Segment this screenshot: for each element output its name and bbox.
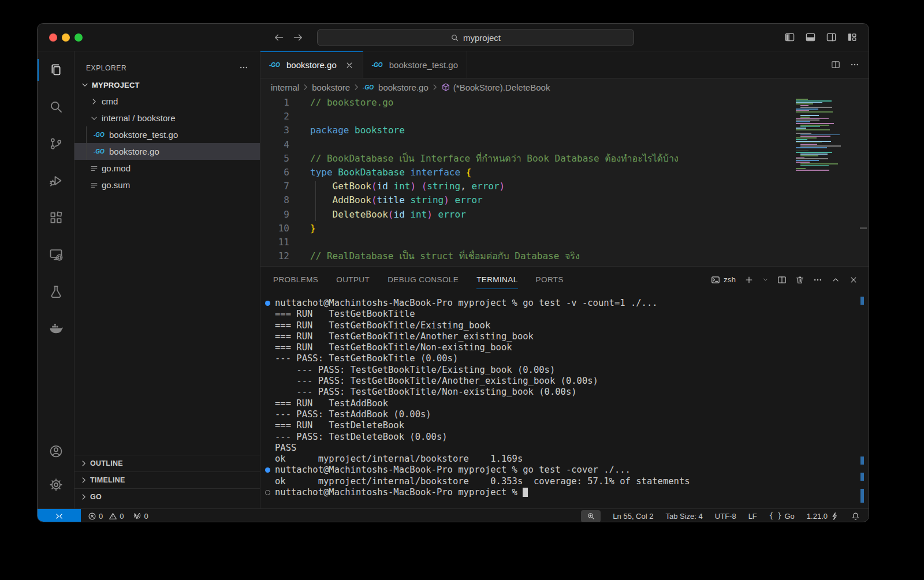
language-status[interactable]: { } Go <box>769 512 795 521</box>
panel-tab-output[interactable]: OUTPUT <box>336 267 370 293</box>
breadcrumb-item-bookstore-go[interactable]: -GObookstore.go <box>363 83 429 92</box>
sidebar-section-outline[interactable]: OUTLINE <box>74 455 260 472</box>
tree-item-bookstore-go[interactable]: -GObookstore.go <box>74 143 260 160</box>
code-line-9[interactable]: 9 DeleteBook(id int) error <box>260 208 869 222</box>
toggle-panel-icon[interactable] <box>806 32 815 42</box>
code-line-8[interactable]: 8 AddBook(title string) error <box>260 193 869 207</box>
back-icon[interactable] <box>273 32 285 43</box>
activity-item-remote-explorer[interactable] <box>38 236 74 273</box>
braces-icon: { } <box>769 512 782 520</box>
editor-tab-bookstore-go[interactable]: -GObookstore.go <box>260 51 363 78</box>
close-tab-icon[interactable] <box>345 61 354 70</box>
indent-guide <box>315 181 316 221</box>
terminal-line: === RUN TestAddBook <box>275 398 859 409</box>
breadcrumb-item-bookstore-deletebook[interactable]: (*BookStore).DeleteBook <box>441 83 550 92</box>
code-line-7[interactable]: 7 GetBook(id int) (string, error) <box>260 179 869 193</box>
terminal-line: --- PASS: TestGetBookTitle/Another_exist… <box>275 376 859 387</box>
split-editor-icon[interactable] <box>831 60 840 69</box>
panel-more-actions-icon[interactable] <box>813 275 822 285</box>
tree-item-internal-bookstore[interactable]: internal / bookstore <box>74 110 260 126</box>
terminal-line: === RUN TestGetBookTitle <box>275 309 859 320</box>
go-version-status[interactable]: 1.21.0 <box>807 512 839 521</box>
terminal-line: PASS <box>275 443 859 454</box>
editor-more-actions-icon[interactable] <box>850 60 859 69</box>
activity-item-run-debug[interactable] <box>38 162 74 199</box>
tree-item-bookstore-test-go[interactable]: -GObookstore_test.go <box>74 126 260 143</box>
chevron-right-icon <box>90 97 99 106</box>
line-number: 7 <box>260 179 301 193</box>
tree-item-label: cmd <box>102 96 118 106</box>
panel-tab-problems[interactable]: PROBLEMS <box>273 267 318 293</box>
tree-item-cmd[interactable]: cmd <box>74 93 260 110</box>
notifications-bell-icon[interactable] <box>851 512 860 521</box>
breadcrumb-item-bookstore[interactable]: bookstore <box>312 83 350 92</box>
tree-item-myproject[interactable]: MYPROJECT <box>74 77 260 93</box>
editor-tab-bookstore-test-go[interactable]: -GObookstore_test.go <box>363 51 467 78</box>
code-line-5[interactable]: 5// BookDatabase เป็น Interface ที่กำหนด… <box>260 152 869 166</box>
chevron-right-icon <box>79 492 88 502</box>
sidebar-section-timeline[interactable]: TIMELINE <box>74 472 260 488</box>
activity-item-extensions[interactable] <box>38 199 74 236</box>
breadcrumb: internalbookstore-GObookstore.go(*BookSt… <box>260 78 869 96</box>
sidebar-section-go[interactable]: GO <box>74 488 260 505</box>
editor-scrollbar[interactable] <box>860 227 867 229</box>
activity-item-settings-gear[interactable] <box>38 468 74 502</box>
screencast-zoom-button[interactable] <box>581 510 601 522</box>
command-center-search[interactable]: myproject <box>317 29 634 46</box>
panel-tab-ports[interactable]: PORTS <box>536 267 564 293</box>
terminal-line: --- PASS: TestGetBookTitle/Existing_book… <box>275 365 859 376</box>
terminal-output[interactable]: nuttachot@Machintoshs-MacBook-Pro myproj… <box>260 293 859 508</box>
customize-layout-icon[interactable] <box>847 32 857 42</box>
activity-item-source-control[interactable] <box>38 125 74 162</box>
minimap[interactable] <box>796 99 847 171</box>
toggle-sidebar-icon[interactable] <box>785 32 795 42</box>
terminal-shell-button[interactable]: zsh <box>711 275 736 285</box>
toggle-secondary-sidebar-icon[interactable] <box>826 32 836 42</box>
minimize-window-button[interactable] <box>62 33 70 42</box>
close-window-button[interactable] <box>49 33 57 42</box>
activity-item-search[interactable] <box>38 88 74 125</box>
panel-tab-terminal[interactable]: TERMINAL <box>476 267 517 293</box>
code-line-3[interactable]: 3package bookstore <box>260 124 869 137</box>
terminal-dropdown-icon[interactable] <box>762 276 769 283</box>
code-line-2[interactable]: 2 <box>260 110 869 124</box>
source-control-icon <box>49 137 63 151</box>
close-panel-icon[interactable] <box>849 275 858 285</box>
search-label: myproject <box>463 33 501 43</box>
activity-item-testing[interactable] <box>38 273 74 310</box>
code-line-10[interactable]: 10} <box>260 222 869 235</box>
section-label: GO <box>90 493 102 501</box>
ports-status[interactable]: 0 <box>133 512 148 521</box>
panel-tab-debug-console[interactable]: DEBUG CONSOLE <box>388 267 459 293</box>
code-line-1[interactable]: 1// bookstore.go <box>260 96 869 110</box>
activity-item-files[interactable] <box>38 51 74 88</box>
code-line-4[interactable]: 4 <box>260 138 869 152</box>
encoding-status[interactable]: UTF-8 <box>715 512 736 521</box>
code-line-12[interactable]: 12// RealDatabase เป็น struct ที่เชื่อมต… <box>260 249 869 263</box>
cursor-position-status[interactable]: Ln 55, Col 2 <box>613 512 653 521</box>
zoom-window-button[interactable] <box>74 33 83 42</box>
activity-item-account[interactable] <box>38 435 74 468</box>
breadcrumb-item-internal[interactable]: internal <box>271 83 299 92</box>
new-terminal-icon[interactable] <box>744 275 754 285</box>
forward-icon[interactable] <box>292 32 304 43</box>
terminal-line: --- PASS: TestGetBookTitle (0.00s) <box>275 353 859 364</box>
eol-status[interactable]: LF <box>748 512 757 521</box>
tree-item-go-mod[interactable]: go.mod <box>74 160 260 177</box>
command-decoration-filled <box>265 467 270 473</box>
warning-icon <box>109 512 117 521</box>
kill-terminal-icon[interactable] <box>795 275 804 285</box>
problems-status[interactable]: 0 0 <box>88 512 124 521</box>
tab-size-status[interactable]: Tab Size: 4 <box>665 512 702 521</box>
maximize-panel-icon[interactable] <box>831 275 840 285</box>
tree-item-label: bookstore.go <box>109 147 159 156</box>
tree-item-go-sum[interactable]: go.sum <box>74 177 260 193</box>
remote-indicator-button[interactable] <box>38 509 81 522</box>
code-line-11[interactable]: 11 <box>260 235 869 249</box>
split-terminal-icon[interactable] <box>777 275 787 285</box>
explorer-more-actions-icon[interactable] <box>239 63 248 72</box>
code-editor[interactable]: 1// bookstore.go2 3package bookstore4 5/… <box>260 96 869 266</box>
go-file-icon: -GO <box>269 62 282 68</box>
activity-item-docker[interactable] <box>38 310 74 347</box>
code-line-6[interactable]: 6type BookDatabase interface { <box>260 166 869 179</box>
